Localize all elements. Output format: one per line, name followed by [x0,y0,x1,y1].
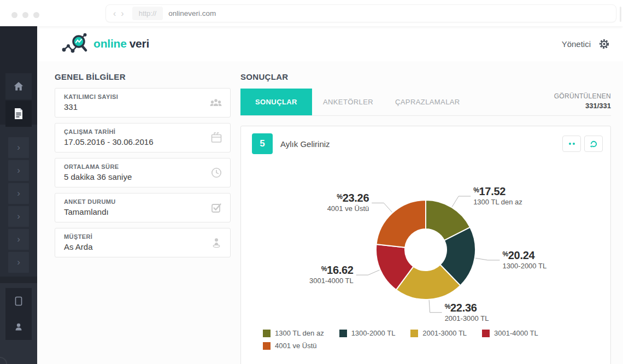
legend-swatch [263,342,271,350]
user-menu[interactable]: Yönetici [562,39,591,49]
window-dot[interactable] [33,12,39,18]
legend-swatch [410,330,418,337]
legend-label: 2001-3000 TL [422,329,467,337]
sidebar-item-expand-6[interactable]: › [8,252,29,273]
sidebar-item-expand-2[interactable]: › [8,160,29,181]
reset-button[interactable] [584,136,603,152]
settings-button[interactable] [599,39,609,49]
question-number-badge: 5 [252,133,273,154]
chevron-right-icon: › [17,165,20,176]
chart-leader-line [452,196,471,207]
chevron-right-icon: › [17,142,20,153]
question-title: Aylık Geliriniz [280,139,330,149]
info-card-label: MÜŞTERİ [64,233,205,240]
tablet-icon [14,296,23,307]
info-card-value: 5 dakika 36 saniye [64,172,205,181]
url-scheme-chip: http:// [132,7,163,20]
app-header: onlineveri Yönetici [37,26,623,61]
chart-slice[interactable] [377,200,426,248]
legend-item[interactable]: 2001-3000 TL [410,329,467,337]
gear-icon [599,39,609,49]
chart-leader-line [475,258,500,260]
chart-leader-line [372,203,392,212]
home-icon [13,81,24,92]
user-icon [13,321,24,332]
window-dot[interactable] [11,12,17,18]
info-card-survey-status: ANKET DURUMU Tamamlandı [55,193,231,222]
info-card-customer: MÜŞTERİ As Arda [55,228,231,257]
sidebar-item-expand-4[interactable]: › [8,206,29,227]
customer-icon [210,236,223,249]
sidebar-item-expand-3[interactable]: › [8,183,29,204]
scrollbar[interactable] [620,7,621,22]
sidebar-item-device[interactable] [5,288,32,314]
results-panel: SONUÇLAR SONUÇLAR ANKETÖRLER ÇAPRAZLAMAL… [240,61,611,364]
legend-item[interactable]: 3001-4000 TL [482,329,538,337]
users-icon [209,97,223,109]
address-bar[interactable]: ‹ › http:// onlineveri.com [105,4,616,22]
forward-icon[interactable]: › [121,9,124,18]
reset-icon [590,140,598,148]
info-card-label: ÇALIŞMA TARİHİ [64,128,205,135]
info-card-participants: KATILIMCI SAYISI 331 [55,88,231,118]
dots-icon [569,143,575,145]
sidebar-item-profile[interactable] [5,314,32,340]
info-panel-title: GENEL BİLGİLER [55,72,231,81]
viewed-value: 331/331 [554,101,611,111]
chart-slice-label: %17.521300 TL den az [473,186,522,206]
chevron-right-icon: › [17,188,20,199]
tabs: SONUÇLAR ANKETÖRLER ÇAPRAZLAMALAR GÖRÜNT… [240,89,611,116]
browser-bar: ‹ › http:// onlineveri.com [0,0,623,26]
chevron-right-icon: › [17,257,20,268]
legend-swatch [263,330,271,337]
more-button[interactable] [562,136,581,152]
info-card-label: KATILIMCI SAYISI [64,93,205,100]
info-card-value: Tamamlandı [64,207,205,216]
legend-swatch [482,330,490,337]
checkbox-icon [210,201,223,214]
back-icon[interactable]: ‹ [113,9,116,18]
tab-sonuclar[interactable]: SONUÇLAR [240,89,312,115]
logo-text-secondary: veri [130,37,150,50]
legend-label: 3001-4000 TL [494,329,538,337]
donut-chart: %17.521300 TL den az%20.241300-2000 TL%2… [241,160,610,329]
chart-slice-label: %16.623001-4000 TL [309,265,354,285]
chart-leader-line [356,270,380,275]
legend-label: 4001 ve Üstü [275,342,317,350]
chart-legend: 1300 TL den az1300-2000 TL2001-3000 TL30… [241,329,610,354]
sidebar-item-home[interactable] [5,73,32,99]
logo-text-primary: online [93,37,127,50]
info-card-value: As Arda [64,242,205,251]
tab-anketorler[interactable]: ANKETÖRLER [312,89,384,115]
chart-slice-label: %20.241300-2000 TL [502,250,546,270]
legend-item[interactable]: 1300-2000 TL [339,329,396,337]
chart-slice-label: %23.264001 ve Üstü [327,192,369,213]
clock-icon [210,166,223,179]
sidebar-item-expand-1[interactable]: › [8,137,29,158]
info-card-label: ORTALAMA SÜRE [64,163,205,170]
sidebar-item-reports[interactable] [5,101,32,127]
legend-item[interactable]: 1300 TL den az [263,329,324,337]
sidebar: › › › › › › [0,26,37,364]
url-input[interactable]: onlineveri.com [168,9,216,17]
legend-label: 1300-2000 TL [351,329,396,337]
chevron-right-icon: › [17,211,20,222]
window-controls [11,12,39,18]
info-card-average-time: ORTALAMA SÜRE 5 dakika 36 saniye [55,158,231,187]
info-card-date-range: ÇALIŞMA TARİHİ 17.05.2016 - 30.06.2016 [55,123,231,152]
question-card: 5 Aylık Geliriniz [240,126,611,364]
logo[interactable]: onlineveri [60,32,149,55]
info-card-value: 17.05.2016 - 30.06.2016 [64,137,205,146]
info-card-label: ANKET DURUMU [64,198,205,205]
legend-item[interactable]: 4001 ve Üstü [263,342,317,350]
sidebar-item-expand-5[interactable]: › [8,229,29,250]
chart-slice-label: %22.362001-3000 TL [445,302,489,322]
chart-leader-line [429,300,442,313]
chevron-right-icon: › [17,234,20,245]
document-icon [13,108,24,120]
info-panel: GENEL BİLGİLER KATILIMCI SAYISI 331 [55,61,231,364]
window-dot[interactable] [22,12,28,18]
logo-icon [60,32,90,55]
tab-caprazlamalar[interactable]: ÇAPRAZLAMALAR [384,89,471,115]
legend-label: 1300 TL den az [275,329,324,337]
